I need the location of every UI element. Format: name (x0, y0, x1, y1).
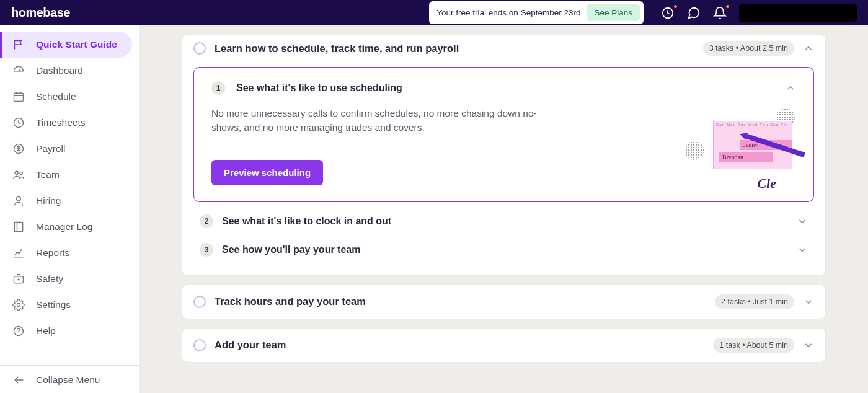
task-title: See how you'll pay your team (222, 244, 788, 255)
completion-circle (193, 339, 206, 351)
task-scheduling: 1 See what it's like to use scheduling N… (193, 67, 814, 202)
book-icon (12, 221, 25, 233)
see-plans-button[interactable]: See Plans (587, 4, 640, 21)
notification-dot (674, 5, 677, 8)
dots-decoration (685, 141, 704, 160)
calendar-days: Sun Mon Tue Wed Thu Sun Fri (716, 123, 787, 126)
section-header[interactable]: Learn how to schedule, track time, and r… (193, 41, 814, 56)
sidebar-item-label: Collapse Menu (36, 374, 100, 386)
svg-rect-7 (14, 223, 22, 232)
task-pay-team[interactable]: 3 See how you'll pay your team (193, 236, 814, 264)
header-right: Your free trial ends on September 23rd S… (429, 1, 857, 24)
app-header: homebase Your free trial ends on Septemb… (0, 0, 868, 25)
chevron-down-icon (797, 244, 808, 255)
trial-text: Your free trial ends on September 23rd (436, 8, 580, 17)
divider (0, 365, 140, 366)
clock-icon (12, 117, 25, 129)
team-icon (12, 169, 25, 181)
svg-rect-1 (14, 93, 24, 101)
sidebar-item-manager-log[interactable]: Manager Log (0, 214, 140, 240)
step-number: 1 (211, 81, 225, 95)
sidebar-item-team[interactable]: Team (0, 162, 140, 188)
svg-point-6 (17, 196, 21, 201)
section-title: Track hours and pay your team (215, 296, 706, 307)
svg-point-9 (17, 304, 20, 307)
svg-point-4 (15, 171, 18, 174)
chevron-down-icon (803, 296, 814, 307)
sidebar-item-label: Hiring (36, 195, 61, 206)
sidebar-item-quick-start[interactable]: Quick Start Guide (0, 32, 132, 58)
sidebar-item-dashboard[interactable]: Dashboard (0, 58, 140, 84)
completion-circle (193, 296, 206, 308)
guide-section-add-team[interactable]: Add your team 1 task • About 5 min (182, 328, 826, 363)
chart-icon (12, 247, 25, 259)
chevron-down-icon (803, 340, 814, 351)
sidebar-item-label: Payroll (36, 143, 65, 154)
svg-point-5 (20, 172, 22, 174)
section-title: Add your team (215, 339, 704, 351)
guide-section-learn: Learn how to schedule, track time, and r… (182, 34, 826, 276)
sidebar-item-label: Schedule (36, 91, 76, 102)
section-meta: 3 tasks • About 2.5 min (703, 41, 794, 56)
logo[interactable]: homebase (11, 6, 70, 20)
sidebar-item-safety[interactable]: Safety (0, 266, 140, 292)
sidebar-item-settings[interactable]: Settings (0, 292, 140, 318)
sidebar-item-label: Dashboard (36, 65, 83, 76)
bell-icon[interactable] (713, 6, 727, 20)
sidebar-item-payroll[interactable]: Payroll (0, 136, 140, 162)
calendar-name-2: Brendan (719, 152, 773, 162)
help-icon (12, 325, 25, 337)
sidebar-item-schedule[interactable]: Schedule (0, 84, 140, 110)
chat-icon[interactable] (687, 6, 701, 20)
trial-banner: Your free trial ends on September 23rd S… (429, 1, 644, 24)
flag-icon (12, 38, 25, 51)
task-title: See what it's like to use scheduling (236, 82, 774, 94)
briefcase-plus-icon (12, 273, 25, 285)
collapse-icon (12, 374, 25, 386)
notification-dot (726, 5, 729, 8)
section-meta: 2 tasks • Just 1 min (715, 294, 794, 309)
collapse-menu-button[interactable]: Collapse Menu (0, 367, 140, 393)
sidebar-item-label: Help (36, 325, 56, 337)
sidebar-item-label: Quick Start Guide (36, 39, 117, 50)
header-icons (661, 4, 857, 22)
task-description: No more unnecessary calls to confirm sch… (211, 106, 559, 135)
sidebar-item-label: Team (36, 169, 60, 180)
chevron-up-icon[interactable] (785, 82, 796, 94)
chevron-down-icon (797, 216, 808, 227)
sidebar-item-help[interactable]: Help (0, 318, 140, 344)
section-meta: 1 task • About 5 min (713, 338, 794, 353)
gauge-icon (12, 64, 25, 77)
sidebar-item-label: Timesheets (36, 117, 86, 128)
gear-icon (12, 299, 25, 311)
main-content: Learn how to schedule, track time, and r… (140, 25, 868, 393)
section-title: Learn how to schedule, track time, and r… (215, 43, 694, 55)
clock-icon[interactable] (661, 6, 675, 20)
step-number: 3 (200, 243, 213, 257)
step-number: 2 (200, 214, 213, 228)
sidebar-item-label: Safety (36, 273, 63, 285)
sidebar-item-label: Manager Log (36, 221, 92, 232)
sidebar-item-timesheets[interactable]: Timesheets (0, 110, 140, 136)
task-header[interactable]: 1 See what it's like to use scheduling (211, 81, 796, 95)
sidebar: Quick Start Guide Dashboard Schedule Tim… (0, 25, 140, 393)
task-clock-in-out[interactable]: 2 See what it's like to clock in and out (193, 207, 814, 236)
dollar-icon (12, 143, 25, 155)
completion-circle (193, 42, 206, 55)
person-icon (12, 195, 25, 207)
sidebar-item-hiring[interactable]: Hiring (0, 188, 140, 214)
calendar-icon (12, 91, 25, 103)
sidebar-item-label: Reports (36, 247, 69, 258)
guide-section-track-hours[interactable]: Track hours and pay your team 2 tasks • … (182, 285, 826, 319)
preview-scheduling-button[interactable]: Preview scheduling (211, 160, 323, 185)
app-body: Quick Start Guide Dashboard Schedule Tim… (0, 25, 868, 393)
sidebar-item-reports[interactable]: Reports (0, 240, 140, 266)
signature-graphic: Cle (757, 175, 776, 192)
sidebar-item-label: Settings (36, 299, 71, 311)
scheduling-illustration: Sun Mon Tue Wed Thu Sun Fri Jenny Brenda… (682, 107, 806, 194)
redacted-user-area (739, 4, 857, 22)
task-title: See what it's like to clock in and out (222, 216, 788, 227)
chevron-up-icon[interactable] (803, 43, 814, 54)
